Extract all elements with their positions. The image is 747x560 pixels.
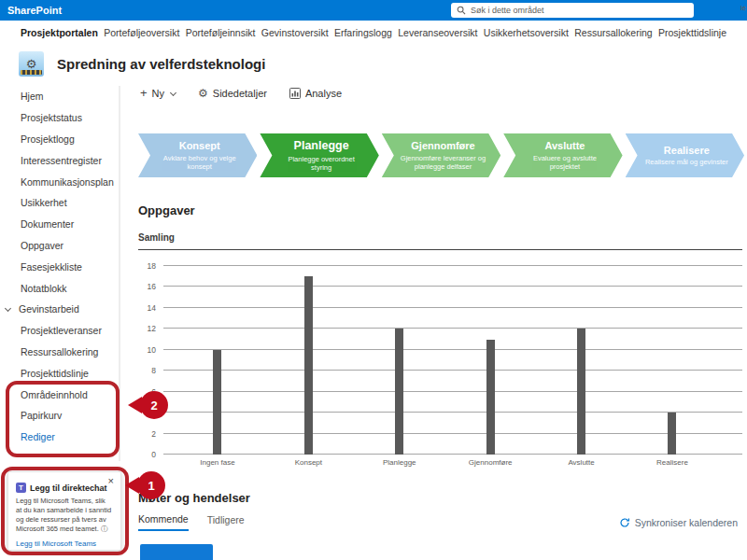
sidebar-item-interessentregister[interactable]: Interessentregister — [0, 149, 136, 171]
page-details-button[interactable]: ⚙ Sidedetaljer — [198, 87, 267, 100]
sidebar-item-prosjektleveranser[interactable]: Prosjektleveranser — [0, 320, 136, 342]
sidebar-item-prosjektstatus[interactable]: Prosjektstatus — [0, 107, 136, 129]
phase-planlegge[interactable]: PlanleggePlanlegge overordnet styring — [260, 133, 378, 177]
sidebar-item-label: Gevinstarbeid — [19, 303, 79, 315]
tasks-bar-chart: 024681012141618 Ingen faseKonseptPlanleg… — [138, 266, 742, 469]
phase-gjennomfore[interactable]: GjennomføreGjennomføre leveranser og pla… — [382, 133, 500, 177]
nav-tab-erfaringslogg[interactable]: Erfaringslogg — [334, 27, 392, 38]
nav-tab-gevinstoversikt[interactable]: Gevinstoversikt — [261, 27, 329, 38]
annotation-badge-2: 2 — [140, 391, 168, 419]
annotation-badge-1: 1 — [137, 471, 165, 499]
x-axis-tick-label: Konsept — [295, 458, 322, 467]
phase-description: Evaluere og avslutte prosjektet — [520, 154, 609, 171]
sidebar-item-label: Prosjektstatus — [21, 112, 82, 123]
chart-x-axis: Ingen faseKonseptPlanleggeGjennomføreAvs… — [163, 455, 742, 469]
nav-overflow-clipped-link[interactable]: Ié — [740, 4, 746, 12]
sync-calendar-link[interactable]: Synkroniser kalenderen — [619, 517, 738, 528]
phase-avslutte[interactable]: AvslutteEvaluere og avslutte prosjektet — [503, 133, 622, 177]
chart-gridline — [163, 433, 742, 434]
new-button-label: Ny — [152, 88, 164, 99]
project-phase-bar: KonseptAvklare behov og velge konseptPla… — [138, 133, 744, 177]
sidebar-item-label: Prosjektleveranser — [21, 325, 102, 336]
sidebar-item-rediger[interactable]: Rediger — [0, 427, 136, 448]
nav-tab-prosjektportalen[interactable]: Prosjektportalen — [21, 27, 98, 38]
sidebar-item-fasesjekkliste[interactable]: Fasesjekkliste — [0, 256, 136, 277]
nav-tab-portefoljeoversikt[interactable]: Porteføljeoversikt — [104, 27, 179, 38]
sidebar-item-papirkurv[interactable]: Papirkurv — [0, 405, 136, 427]
page-title: Spredning av velferdsteknologi — [57, 56, 265, 72]
chevron-down-icon — [170, 90, 176, 96]
top-app-bar: SharePoint — [0, 0, 747, 21]
sidebar-item-label: Ressursallokering — [21, 346, 98, 357]
main-content: + Ny ⚙ Sidedetaljer Analyse KonseptAvkla… — [138, 82, 747, 560]
sidebar-item-omradeinnhold[interactable]: Områdeinnhold — [0, 384, 136, 405]
phase-name: Planlegge — [294, 139, 349, 154]
sidebar-item-oppgaver[interactable]: Oppgaver — [0, 235, 136, 257]
sidebar-item-gevinstarbeid[interactable]: Gevinstarbeid — [0, 299, 136, 320]
chart-series-label: Samling — [138, 232, 175, 243]
nav-tab-leveranseoversikt[interactable]: Leveranseoversikt — [398, 27, 477, 38]
sidebar-item-label: Oppgaver — [21, 240, 63, 251]
sharepoint-brand-link[interactable]: SharePoint — [7, 5, 62, 16]
sidebar-item-kommunikasjonsplan[interactable]: Kommunikasjonsplan — [0, 171, 136, 192]
command-bar: + Ny ⚙ Sidedetaljer Analyse — [140, 86, 342, 100]
chart-bar-realisere — [668, 413, 676, 455]
hub-navigation: ProsjektportalenPorteføljeoversiktPortef… — [0, 21, 747, 44]
phase-konsept[interactable]: KonseptAvklare behov og velge konsept — [138, 133, 257, 177]
phase-name: Realisere — [664, 145, 710, 158]
phase-name: Avslutte — [544, 140, 585, 153]
sidebar-item-label: Kommunikasjonsplan — [21, 176, 114, 188]
site-header: ⚙ Spredning av velferdsteknologi — [0, 45, 747, 82]
teams-popup-title: Legg til direktechat — [30, 483, 107, 493]
nav-tab-portefoljeinnsikt[interactable]: Porteføljeinnsikt — [186, 27, 256, 38]
sidebar-item-label: Prosjektlogg — [21, 133, 75, 145]
chart-gridline — [163, 349, 742, 350]
y-axis-tick-label: 8 — [151, 366, 156, 375]
sidebar-item-prosjekttidslinje[interactable]: Prosjekttidslinje — [0, 362, 136, 384]
teams-popup-body: Legg til Microsoft Teams, slik at du kan… — [16, 497, 113, 535]
plus-icon: + — [140, 86, 148, 100]
new-button[interactable]: + Ny — [140, 86, 176, 100]
sidebar-item-label: Områdeinnhold — [21, 389, 88, 400]
analyze-button[interactable]: Analyse — [289, 88, 342, 99]
phase-description: Realisere mål og gevinster — [645, 158, 728, 166]
chart-bar-ingen-fase — [213, 350, 221, 455]
chart-plot — [163, 266, 742, 455]
chart-gridline — [163, 328, 742, 329]
search-input[interactable] — [471, 6, 688, 15]
chart-bar-konsept — [304, 276, 313, 455]
tab-kommende[interactable]: Kommende — [138, 513, 189, 531]
search-box[interactable] — [451, 3, 694, 18]
sidebar-item-ressursallokering[interactable]: Ressursallokering — [0, 342, 136, 363]
phase-realisere[interactable]: RealisereRealisere mål og gevinster — [626, 133, 744, 177]
nav-tab-usikkerhetsoversikt[interactable]: Usikkerhetsoversikt — [484, 27, 569, 38]
chart-gridline — [163, 370, 742, 371]
chart-bar-gjennomfore — [486, 340, 495, 455]
sidebar-scrollbar[interactable] — [119, 86, 120, 461]
nav-tab-prosjekttidslinje[interactable]: Prosjekttidslinje — [658, 27, 726, 38]
close-icon[interactable]: × — [108, 475, 114, 486]
sidebar-item-prosjektlogg[interactable]: Prosjektlogg — [0, 129, 136, 150]
teams-chat-popup: × T Legg til direktechat Legg til Micros… — [7, 471, 121, 551]
y-axis-tick-label: 14 — [148, 303, 156, 313]
add-teams-link[interactable]: Legg til Microsoft Teams — [16, 539, 113, 548]
sidebar-item-dokumenter[interactable]: Dokumenter — [0, 214, 136, 235]
x-axis-tick-label: Realisere — [656, 458, 688, 467]
info-icon[interactable]: ⓘ — [101, 525, 108, 533]
sidebar-item-notatblokk[interactable]: Notatblokk — [0, 277, 136, 299]
sidebar-item-label: Dokumenter — [21, 218, 74, 230]
y-axis-tick-label: 10 — [148, 345, 156, 355]
chart-gridline — [163, 412, 742, 413]
sidebar-item-usikkerhet[interactable]: Usikkerhet — [0, 192, 136, 214]
sidebar-item-label: Interessentregister — [21, 155, 102, 166]
y-axis-tick-label: 18 — [148, 261, 156, 271]
phase-description: Planlegge overordnet styring — [276, 155, 365, 172]
gear-icon: ⚙ — [198, 87, 208, 100]
chart-gridline — [163, 286, 742, 287]
tab-tidligere[interactable]: Tidligere — [207, 514, 245, 530]
new-event-button[interactable] — [140, 544, 213, 560]
chevron-down-icon — [5, 305, 11, 312]
phase-name: Konsept — [179, 140, 220, 153]
sidebar-item-hjem[interactable]: Hjem — [0, 86, 136, 107]
nav-tab-ressursallokering[interactable]: Ressursallokering — [574, 27, 652, 38]
